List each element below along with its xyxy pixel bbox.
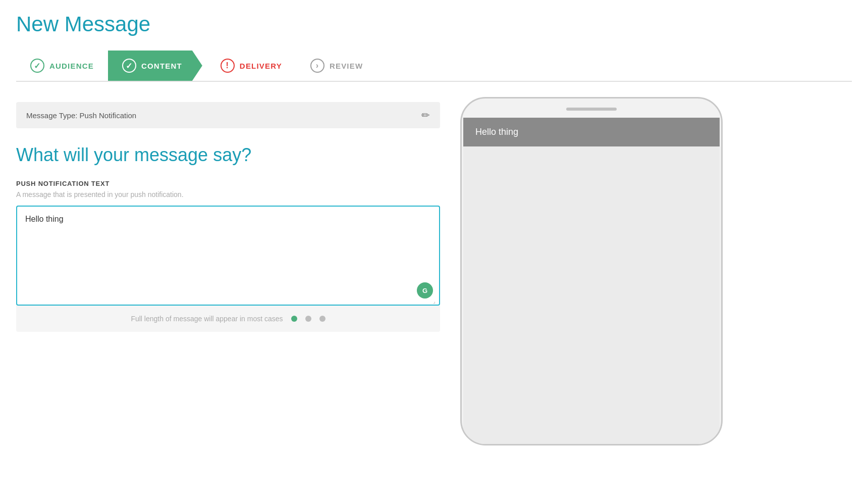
audience-check-icon: ✓ xyxy=(30,59,44,73)
field-desc: A message that is presented in your push… xyxy=(16,190,440,199)
section-heading: What will your message say? xyxy=(16,144,440,166)
resize-handle: ⌟ xyxy=(433,299,438,304)
left-panel: Message Type: Push Notification ✏ What w… xyxy=(16,102,440,332)
step-delivery[interactable]: ! DELIVERY xyxy=(202,51,296,81)
step-audience-label: AUDIENCE xyxy=(49,62,94,70)
phone-outer: Hello thing xyxy=(460,97,723,445)
dot-3 xyxy=(319,316,326,322)
push-notification-textarea[interactable]: Hello thing xyxy=(17,207,439,303)
content-check-icon: ✓ xyxy=(122,59,136,73)
notification-banner: Hello thing xyxy=(463,118,720,146)
steps-bar: ✓ AUDIENCE ✓ CONTENT ! DELIVERY › REVIEW xyxy=(16,51,852,82)
step-review-label: REVIEW xyxy=(330,62,363,70)
main-area: Message Type: Push Notification ✏ What w… xyxy=(16,102,852,445)
message-type-bar: Message Type: Push Notification ✏ xyxy=(16,102,440,128)
step-audience[interactable]: ✓ AUDIENCE xyxy=(16,51,108,81)
page-title: New Message xyxy=(16,12,852,36)
text-input-wrapper: Hello thing G ⌟ xyxy=(16,206,440,306)
step-content[interactable]: ✓ CONTENT xyxy=(108,51,202,81)
bottom-bar: Full length of message will appear in mo… xyxy=(16,306,440,332)
delivery-warning-icon: ! xyxy=(221,59,235,73)
step-content-label: CONTENT xyxy=(141,62,182,70)
dot-1 xyxy=(291,316,297,322)
field-label: PUSH NOTIFICATION TEXT xyxy=(16,180,440,187)
grammarly-button[interactable]: G xyxy=(417,282,433,299)
phone-screen: Hello thing xyxy=(463,118,720,444)
phone-mockup: Hello thing xyxy=(460,97,723,445)
step-review[interactable]: › REVIEW xyxy=(296,51,377,81)
review-arrow-icon: › xyxy=(310,59,324,73)
page-container: New Message ✓ AUDIENCE ✓ CONTENT ! DELIV… xyxy=(0,0,868,458)
dot-2 xyxy=(305,316,311,322)
message-type-text: Message Type: Push Notification xyxy=(26,111,136,120)
step-delivery-label: DELIVERY xyxy=(240,62,282,70)
bottom-bar-text: Full length of message will appear in mo… xyxy=(131,315,283,323)
phone-speaker xyxy=(566,108,617,111)
edit-icon[interactable]: ✏ xyxy=(421,109,430,121)
